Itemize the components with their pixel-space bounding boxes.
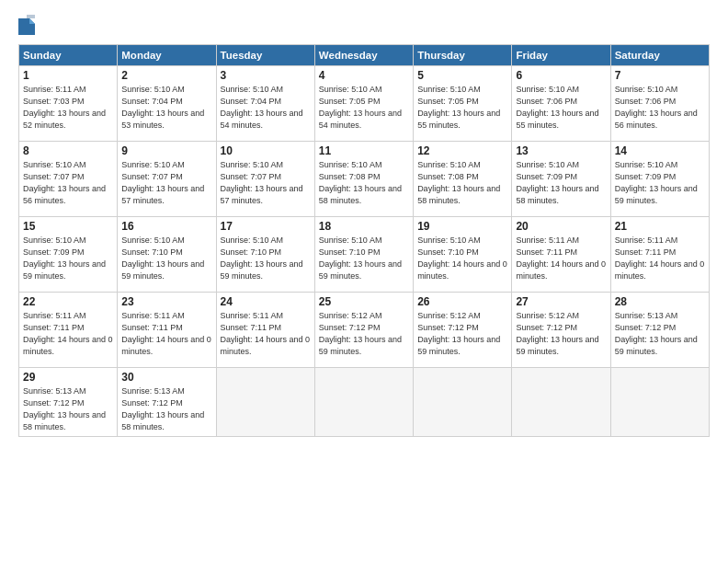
- day-cell: [414, 368, 512, 437]
- day-info: Sunrise: 5:13 AMSunset: 7:12 PMDaylight:…: [615, 310, 705, 358]
- day-info: Sunrise: 5:11 AMSunset: 7:11 PMDaylight:…: [615, 235, 705, 282]
- day-info: Sunrise: 5:10 AMSunset: 7:05 PMDaylight:…: [417, 84, 507, 132]
- day-number: 2: [121, 69, 211, 82]
- calendar-header-friday: Friday: [512, 45, 610, 66]
- day-info: Sunrise: 5:10 AMSunset: 7:10 PMDaylight:…: [121, 235, 211, 282]
- day-cell: 7Sunrise: 5:10 AMSunset: 7:06 PMDaylight…: [610, 66, 709, 142]
- week-row-2: 8Sunrise: 5:10 AMSunset: 7:07 PMDaylight…: [19, 142, 710, 217]
- day-cell: 4Sunrise: 5:10 AMSunset: 7:05 PMDaylight…: [314, 66, 413, 142]
- week-row-4: 22Sunrise: 5:11 AMSunset: 7:11 PMDayligh…: [19, 293, 710, 368]
- day-number: 3: [221, 69, 311, 82]
- week-row-5: 29Sunrise: 5:13 AMSunset: 7:12 PMDayligh…: [19, 368, 710, 437]
- day-cell: 29Sunrise: 5:13 AMSunset: 7:12 PMDayligh…: [19, 368, 118, 437]
- week-row-3: 15Sunrise: 5:10 AMSunset: 7:09 PMDayligh…: [19, 217, 710, 293]
- day-cell: 18Sunrise: 5:10 AMSunset: 7:10 PMDayligh…: [314, 217, 413, 293]
- day-number: 22: [23, 295, 113, 308]
- day-number: 16: [121, 220, 211, 233]
- day-info: Sunrise: 5:11 AMSunset: 7:03 PMDaylight:…: [23, 84, 113, 132]
- day-info: Sunrise: 5:10 AMSunset: 7:10 PMDaylight:…: [417, 235, 507, 282]
- svg-marker-1: [29, 18, 35, 24]
- day-info: Sunrise: 5:11 AMSunset: 7:11 PMDaylight:…: [221, 310, 311, 358]
- day-cell: 16Sunrise: 5:10 AMSunset: 7:10 PMDayligh…: [118, 217, 216, 293]
- day-cell: 12Sunrise: 5:10 AMSunset: 7:08 PMDayligh…: [414, 142, 512, 217]
- day-number: 30: [121, 371, 211, 384]
- day-number: 5: [417, 69, 507, 82]
- day-cell: 10Sunrise: 5:10 AMSunset: 7:07 PMDayligh…: [216, 142, 314, 217]
- header-row: SundayMondayTuesdayWednesdayThursdayFrid…: [19, 45, 710, 66]
- day-number: 12: [417, 144, 507, 157]
- day-number: 4: [319, 69, 409, 82]
- day-number: 7: [615, 69, 705, 82]
- day-cell: 26Sunrise: 5:12 AMSunset: 7:12 PMDayligh…: [414, 293, 512, 368]
- day-cell: 11Sunrise: 5:10 AMSunset: 7:08 PMDayligh…: [314, 142, 413, 217]
- day-number: 11: [319, 144, 409, 157]
- day-number: 21: [615, 220, 705, 233]
- logo-icon: [18, 15, 35, 35]
- day-info: Sunrise: 5:10 AMSunset: 7:04 PMDaylight:…: [121, 84, 211, 132]
- day-cell: 13Sunrise: 5:10 AMSunset: 7:09 PMDayligh…: [512, 142, 610, 217]
- day-number: 13: [516, 144, 606, 157]
- day-cell: 22Sunrise: 5:11 AMSunset: 7:11 PMDayligh…: [19, 293, 118, 368]
- calendar-header-tuesday: Tuesday: [216, 45, 314, 66]
- day-cell: 1Sunrise: 5:11 AMSunset: 7:03 PMDaylight…: [19, 66, 118, 142]
- day-cell: 19Sunrise: 5:10 AMSunset: 7:10 PMDayligh…: [414, 217, 512, 293]
- day-info: Sunrise: 5:13 AMSunset: 7:12 PMDaylight:…: [23, 385, 113, 433]
- day-cell: 27Sunrise: 5:12 AMSunset: 7:12 PMDayligh…: [512, 293, 610, 368]
- day-number: 17: [221, 220, 311, 233]
- day-number: 26: [417, 295, 507, 308]
- day-info: Sunrise: 5:10 AMSunset: 7:09 PMDaylight:…: [23, 235, 113, 282]
- day-number: 23: [121, 295, 211, 308]
- day-info: Sunrise: 5:10 AMSunset: 7:09 PMDaylight:…: [516, 159, 606, 207]
- day-number: 18: [319, 220, 409, 233]
- day-cell: 24Sunrise: 5:11 AMSunset: 7:11 PMDayligh…: [216, 293, 314, 368]
- day-number: 20: [516, 220, 606, 233]
- day-info: Sunrise: 5:10 AMSunset: 7:06 PMDaylight:…: [615, 84, 705, 132]
- day-number: 1: [23, 69, 113, 82]
- day-cell: 25Sunrise: 5:12 AMSunset: 7:12 PMDayligh…: [314, 293, 413, 368]
- day-cell: 17Sunrise: 5:10 AMSunset: 7:10 PMDayligh…: [216, 217, 314, 293]
- day-cell: 20Sunrise: 5:11 AMSunset: 7:11 PMDayligh…: [512, 217, 610, 293]
- day-info: Sunrise: 5:10 AMSunset: 7:06 PMDaylight:…: [516, 84, 606, 132]
- day-info: Sunrise: 5:10 AMSunset: 7:07 PMDaylight:…: [23, 159, 113, 207]
- day-cell: [610, 368, 709, 437]
- day-cell: 5Sunrise: 5:10 AMSunset: 7:05 PMDaylight…: [414, 66, 512, 142]
- calendar: SundayMondayTuesdayWednesdayThursdayFrid…: [18, 44, 710, 437]
- day-cell: 30Sunrise: 5:13 AMSunset: 7:12 PMDayligh…: [118, 368, 216, 437]
- day-number: 28: [615, 295, 705, 308]
- calendar-header-wednesday: Wednesday: [314, 45, 413, 66]
- week-row-1: 1Sunrise: 5:11 AMSunset: 7:03 PMDaylight…: [19, 66, 710, 142]
- day-cell: 23Sunrise: 5:11 AMSunset: 7:11 PMDayligh…: [118, 293, 216, 368]
- day-info: Sunrise: 5:13 AMSunset: 7:12 PMDaylight:…: [121, 385, 211, 433]
- day-cell: 9Sunrise: 5:10 AMSunset: 7:07 PMDaylight…: [118, 142, 216, 217]
- day-info: Sunrise: 5:10 AMSunset: 7:10 PMDaylight:…: [221, 235, 311, 282]
- day-info: Sunrise: 5:10 AMSunset: 7:09 PMDaylight:…: [615, 159, 705, 207]
- day-info: Sunrise: 5:10 AMSunset: 7:05 PMDaylight:…: [319, 84, 409, 132]
- day-info: Sunrise: 5:11 AMSunset: 7:11 PMDaylight:…: [23, 310, 113, 358]
- day-cell: [314, 368, 413, 437]
- svg-marker-0: [18, 18, 35, 35]
- day-info: Sunrise: 5:12 AMSunset: 7:12 PMDaylight:…: [516, 310, 606, 358]
- day-cell: 15Sunrise: 5:10 AMSunset: 7:09 PMDayligh…: [19, 217, 118, 293]
- calendar-header-thursday: Thursday: [414, 45, 512, 66]
- logo: [18, 15, 37, 35]
- day-number: 6: [516, 69, 606, 82]
- svg-marker-2: [27, 15, 35, 18]
- day-number: 10: [221, 144, 311, 157]
- day-cell: 3Sunrise: 5:10 AMSunset: 7:04 PMDaylight…: [216, 66, 314, 142]
- header: [18, 15, 710, 35]
- day-cell: 14Sunrise: 5:10 AMSunset: 7:09 PMDayligh…: [610, 142, 709, 217]
- page: SundayMondayTuesdayWednesdayThursdayFrid…: [0, 0, 728, 563]
- day-cell: 8Sunrise: 5:10 AMSunset: 7:07 PMDaylight…: [19, 142, 118, 217]
- day-number: 8: [23, 144, 113, 157]
- day-info: Sunrise: 5:10 AMSunset: 7:08 PMDaylight:…: [319, 159, 409, 207]
- day-info: Sunrise: 5:12 AMSunset: 7:12 PMDaylight:…: [319, 310, 409, 358]
- calendar-header-sunday: Sunday: [19, 45, 118, 66]
- day-number: 24: [221, 295, 311, 308]
- day-cell: 28Sunrise: 5:13 AMSunset: 7:12 PMDayligh…: [610, 293, 709, 368]
- day-info: Sunrise: 5:10 AMSunset: 7:08 PMDaylight:…: [417, 159, 507, 207]
- calendar-header-saturday: Saturday: [610, 45, 709, 66]
- day-info: Sunrise: 5:11 AMSunset: 7:11 PMDaylight:…: [516, 235, 606, 282]
- day-number: 29: [23, 371, 113, 384]
- day-info: Sunrise: 5:10 AMSunset: 7:07 PMDaylight:…: [121, 159, 211, 207]
- day-cell: [512, 368, 610, 437]
